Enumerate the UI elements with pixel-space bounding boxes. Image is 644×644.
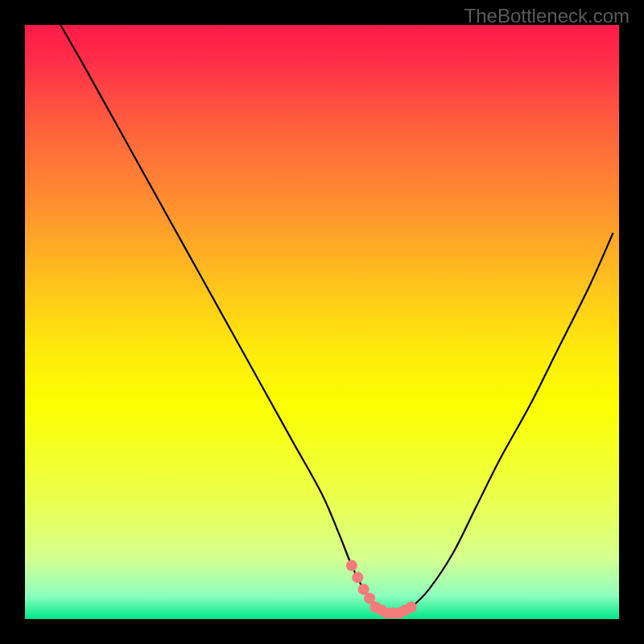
svg-point-0 xyxy=(346,560,357,572)
chart-plot-area xyxy=(25,25,619,619)
svg-point-10 xyxy=(406,601,417,613)
valley-highlight xyxy=(25,25,619,619)
watermark-text: TheBottleneck.com xyxy=(464,5,630,27)
svg-point-1 xyxy=(352,572,363,583)
